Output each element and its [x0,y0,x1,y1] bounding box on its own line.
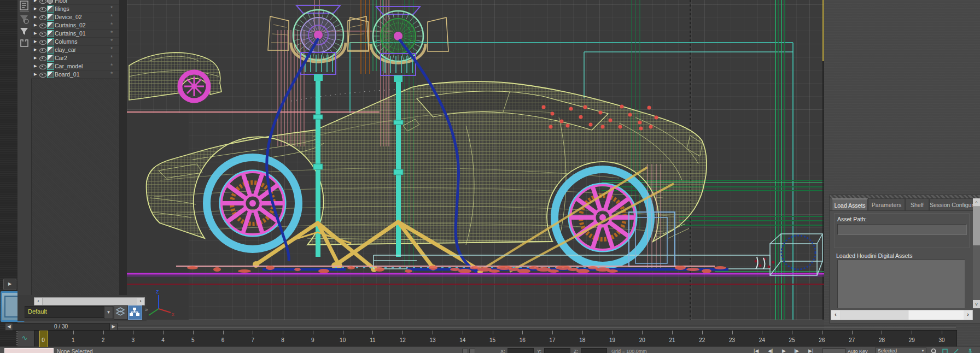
freeze-icon[interactable]: * [110,21,113,28]
visibility-eye-icon[interactable] [39,15,46,20]
maxscript-mini-listener[interactable] [4,348,54,353]
loaded-assets-list[interactable] [837,260,965,308]
display-panel-icon[interactable] [19,1,30,11]
scrollbar-thumb[interactable] [42,298,138,305]
toolbar-overflow-chevron[interactable]: » [145,307,148,313]
go-to-end-button[interactable]: ▶| [808,348,813,353]
tab-parameters[interactable]: Parameters [868,198,905,211]
item-name[interactable]: Curtains_01 [55,30,86,37]
item-name[interactable]: Columns [55,38,77,45]
expand-arrow-icon[interactable]: ▶ [34,64,37,68]
asset-path-input[interactable] [837,224,967,235]
character-icon[interactable] [967,348,973,353]
selection-lock-icon[interactable] [469,349,475,353]
zoom-region-icon[interactable] [931,348,937,353]
go-to-start-button[interactable]: |◀ [754,348,759,353]
list-item-floor[interactable]: ▶ Floor * [31,0,119,5]
filter-disabled-icon[interactable] [19,14,30,25]
list-item[interactable]: ▶ Curtains_02 * [31,21,119,30]
track-bar[interactable]: 0123456789101112131415161718192021222324… [34,330,957,348]
visibility-eye-icon[interactable] [39,40,46,45]
visibility-eye-icon[interactable] [39,48,46,53]
viewport[interactable]: Z x y [127,0,824,320]
visibility-eye-icon[interactable] [39,23,46,28]
play-button[interactable]: ▶ [782,348,786,353]
freeze-icon[interactable]: * [110,0,113,3]
freeze-icon[interactable]: * [110,46,113,52]
sort-by-layer-button[interactable] [114,305,128,320]
item-name[interactable]: Device_02 [55,14,82,20]
coord-z-field[interactable] [581,348,607,353]
car-front-wheel[interactable] [207,157,299,249]
auto-key-button[interactable]: Auto Key [848,349,868,353]
list-item[interactable]: ▶ Columns * [31,38,119,46]
panel-vertical-scrollbar[interactable]: ^ v [973,198,980,309]
tab-session-configuration[interactable]: Session Configura [929,198,974,211]
time-slider-field[interactable]: 0 / 30 [13,323,109,331]
list-item[interactable]: ▶ Curtains_01 * [31,30,119,38]
isolate-toggle-icon[interactable] [462,349,468,353]
freeze-icon[interactable]: * [110,62,113,69]
expand-arrow-icon[interactable]: ▶ [34,39,37,44]
layer-explorer-dropdown[interactable]: Default [25,306,104,318]
key-filter-dropdown[interactable]: Selected▼ [875,348,926,353]
list-item[interactable]: ▶ Device_02 * [31,13,119,21]
frame-back-button[interactable]: ◀ [5,323,13,331]
snap-cube-icon[interactable] [942,348,948,353]
list-item[interactable]: ▶ clay_car * [31,46,119,54]
list-item[interactable]: ▶ Board_01 * [31,70,119,79]
item-name[interactable]: clay_car [55,46,76,53]
expand-arrow-icon[interactable]: ▶ [34,72,37,77]
previous-frame-button[interactable]: ◀| [768,348,773,353]
scroll-right-button[interactable]: › [137,298,144,305]
set-key-button[interactable] [822,348,845,353]
scrollbar-thumb[interactable] [973,207,980,245]
sort-by-hierarchy-button[interactable] [128,305,142,320]
next-frame-button[interactable]: |▶ [794,348,799,353]
angle-snap-icon[interactable] [953,348,959,353]
coord-y-field[interactable] [544,348,570,353]
filter-icon[interactable] [19,26,30,37]
item-name[interactable]: Car2 [55,55,67,61]
explorer-horizontal-scrollbar[interactable]: ‹ › [34,297,145,305]
tab-shelf[interactable]: Shelf [905,198,929,211]
scroll-left-button[interactable]: ‹ [831,310,840,320]
expand-arrow-icon[interactable]: ▶ [34,15,37,19]
freeze-icon[interactable]: * [110,30,113,36]
list-item[interactable]: ▶ Car2 * [31,54,119,62]
visibility-eye-icon[interactable] [39,56,46,61]
item-name[interactable]: Car_model [55,63,83,69]
visibility-eye-icon[interactable] [39,64,46,69]
expand-arrow-icon[interactable]: ▶ [34,48,37,52]
freeze-icon[interactable]: * [110,13,113,20]
mini-curve-editor-button[interactable]: ∿ [16,331,32,345]
scrollbar-thumb[interactable] [841,310,908,320]
expand-arrow-icon[interactable]: ▶ [34,31,37,36]
item-name[interactable]: Curtains_02 [55,22,86,28]
time-slider-groove[interactable] [118,326,956,328]
freeze-icon[interactable]: * [110,54,113,61]
panel-horizontal-scrollbar[interactable]: ‹ › [831,310,973,320]
list-item[interactable]: ▶ Car_model * [31,62,119,70]
clay-car-reference[interactable] [129,52,221,101]
tab-load-assets[interactable]: Load Assets [832,198,868,211]
freeze-icon[interactable]: * [110,70,113,77]
coord-x-field[interactable] [508,348,534,353]
visibility-eye-icon[interactable] [39,7,46,12]
visibility-eye-icon[interactable] [39,73,46,78]
scroll-down-button[interactable]: v [973,300,980,308]
scroll-right-button[interactable]: › [964,310,972,320]
scroll-left-button[interactable]: ‹ [34,298,42,305]
visibility-eye-icon[interactable] [39,32,46,37]
expand-arrow-icon[interactable]: ▶ [34,23,37,27]
expand-arrow-icon[interactable]: ▶ [34,0,37,3]
freeze-icon[interactable]: * [110,38,113,44]
expand-arrow-icon[interactable]: ▶ [34,56,37,60]
freeze-icon[interactable]: * [110,5,113,11]
list-item[interactable]: ▶ filings * [31,5,119,13]
item-name[interactable]: Board_01 [55,71,80,78]
dropdown-arrow-icon[interactable]: ▼ [104,306,113,319]
visibility-eye-icon[interactable] [39,0,46,4]
expand-arrow-icon[interactable]: ▶ [34,7,37,11]
frame-forward-button[interactable]: ▶ [109,323,118,331]
